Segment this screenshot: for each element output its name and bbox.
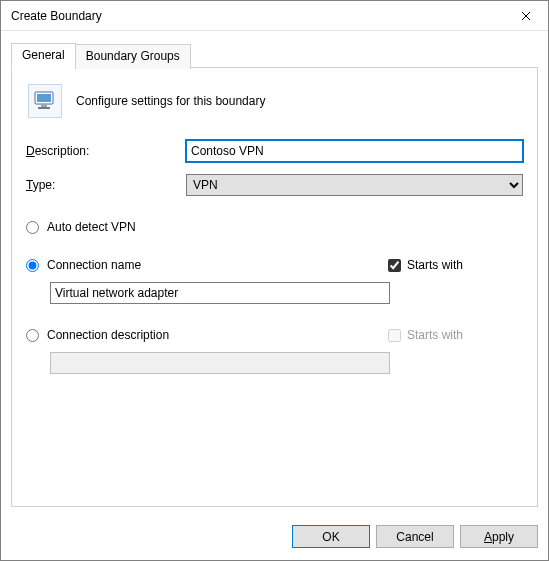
cancel-button[interactable]: Cancel xyxy=(376,525,454,548)
connection-name-field[interactable] xyxy=(50,282,390,304)
titlebar: Create Boundary xyxy=(1,1,548,31)
general-panel: Configure settings for this boundary Des… xyxy=(11,67,538,507)
radio-connection-description[interactable] xyxy=(26,329,39,342)
dialog-button-bar: OK Cancel Apply xyxy=(1,515,548,560)
check-conn-desc-starts-with xyxy=(388,329,401,342)
radio-auto-detect[interactable] xyxy=(26,221,39,234)
ok-button[interactable]: OK xyxy=(292,525,370,548)
label-auto-detect: Auto detect VPN xyxy=(47,220,136,234)
label-conn-name-starts-with: Starts with xyxy=(407,258,463,272)
panel-header-text: Configure settings for this boundary xyxy=(76,94,265,108)
label-connection-description: Connection description xyxy=(47,328,169,342)
radio-connection-name[interactable] xyxy=(26,259,39,272)
label-type: Type: xyxy=(26,178,55,192)
check-conn-name-starts-with[interactable] xyxy=(388,259,401,272)
window-title: Create Boundary xyxy=(11,9,506,23)
tab-general[interactable]: General xyxy=(11,43,76,68)
label-description: Description: xyxy=(26,144,89,158)
svg-rect-3 xyxy=(38,107,50,109)
close-button[interactable] xyxy=(506,2,546,30)
apply-button[interactable]: Apply xyxy=(460,525,538,548)
label-conn-desc-starts-with: Starts with xyxy=(407,328,463,342)
computer-icon xyxy=(32,89,58,113)
close-icon xyxy=(521,11,531,21)
type-select[interactable]: VPN xyxy=(186,174,523,196)
tab-boundary-groups[interactable]: Boundary Groups xyxy=(75,44,191,69)
label-connection-name: Connection name xyxy=(47,258,141,272)
boundary-icon xyxy=(28,84,62,118)
description-field[interactable] xyxy=(186,140,523,162)
svg-rect-2 xyxy=(41,104,47,107)
connection-description-field xyxy=(50,352,390,374)
tab-strip: General Boundary Groups xyxy=(11,43,538,68)
svg-rect-1 xyxy=(37,94,51,102)
